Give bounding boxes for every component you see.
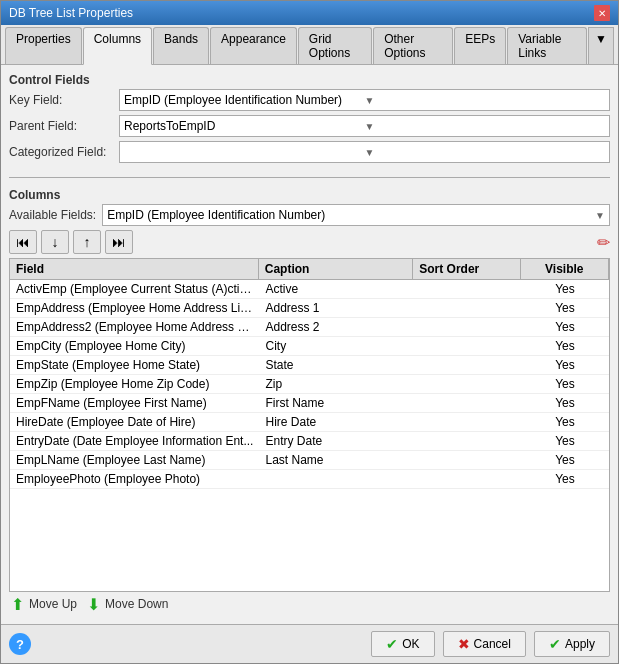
cell-caption: Address 1 bbox=[260, 299, 415, 317]
header-visible: Visible bbox=[521, 259, 609, 279]
move-down-button[interactable]: ↓ bbox=[41, 230, 69, 254]
column-toolbar: ⏮ ↓ ↑ ⏭ ✏ bbox=[9, 230, 610, 254]
help-button[interactable]: ? bbox=[9, 633, 31, 655]
header-sort-order: Sort Order bbox=[413, 259, 520, 279]
cancel-button[interactable]: ✖ Cancel bbox=[443, 631, 526, 657]
apply-button[interactable]: ✔ Apply bbox=[534, 631, 610, 657]
parent-field-select[interactable]: ReportsToEmpID ▼ bbox=[119, 115, 610, 137]
bottom-left: ? bbox=[9, 633, 31, 655]
cancel-icon: ✖ bbox=[458, 636, 470, 652]
cell-field: EmpZip (Employee Home Zip Code) bbox=[10, 375, 260, 393]
cell-visible: Yes bbox=[521, 280, 609, 298]
title-bar: DB Tree List Properties ✕ bbox=[1, 1, 618, 25]
cell-caption: Entry Date bbox=[260, 432, 415, 450]
divider-1 bbox=[9, 177, 610, 178]
control-fields-label: Control Fields bbox=[9, 73, 610, 87]
columns-section: Columns Available Fields: EmpID (Employe… bbox=[9, 188, 610, 616]
categorized-field-label: Categorized Field: bbox=[9, 145, 119, 159]
categorized-field-arrow-icon: ▼ bbox=[365, 147, 606, 158]
table-row[interactable]: EmpAddress2 (Employee Home Address Li...… bbox=[10, 318, 609, 337]
parent-field-label: Parent Field: bbox=[9, 119, 119, 133]
cell-caption: Address 2 bbox=[260, 318, 415, 336]
cell-field: EmpState (Employee Home State) bbox=[10, 356, 260, 374]
tab-other-options[interactable]: Other Options bbox=[373, 27, 453, 64]
tab-variable-links[interactable]: Variable Links bbox=[507, 27, 587, 64]
tab-bands[interactable]: Bands bbox=[153, 27, 209, 64]
key-field-value: EmpID (Employee Identification Number) bbox=[124, 93, 365, 107]
categorized-field-row: Categorized Field: ▼ bbox=[9, 141, 610, 163]
available-fields-label: Available Fields: bbox=[9, 208, 96, 222]
cell-field: EmpAddress (Employee Home Address Lin... bbox=[10, 299, 260, 317]
cell-caption: Last Name bbox=[260, 451, 415, 469]
move-to-bottom-button[interactable]: ⏮ bbox=[9, 230, 37, 254]
tab-eeps[interactable]: EEPs bbox=[454, 27, 506, 64]
cell-sort-order bbox=[414, 470, 521, 488]
cell-field: EmpAddress2 (Employee Home Address Li... bbox=[10, 318, 260, 336]
tab-overflow-arrow[interactable]: ▼ bbox=[588, 27, 614, 64]
cell-caption: Hire Date bbox=[260, 413, 415, 431]
cell-visible: Yes bbox=[521, 375, 609, 393]
parent-field-arrow-icon: ▼ bbox=[365, 121, 606, 132]
move-to-top-button[interactable]: ⏭ bbox=[105, 230, 133, 254]
cell-sort-order bbox=[414, 337, 521, 355]
cell-field: EmployeePhoto (Employee Photo) bbox=[10, 470, 260, 488]
tab-properties[interactable]: Properties bbox=[5, 27, 82, 64]
move-down-row-button[interactable]: ⬇ Move Down bbox=[85, 596, 168, 612]
key-field-select[interactable]: EmpID (Employee Identification Number) ▼ bbox=[119, 89, 610, 111]
table-row[interactable]: EmpZip (Employee Home Zip Code) Zip Yes bbox=[10, 375, 609, 394]
cell-sort-order bbox=[414, 413, 521, 431]
table-row[interactable]: EmployeePhoto (Employee Photo) Yes bbox=[10, 470, 609, 489]
toolbar-left: ⏮ ↓ ↑ ⏭ bbox=[9, 230, 133, 254]
cell-field: EmpCity (Employee Home City) bbox=[10, 337, 260, 355]
available-fields-value: EmpID (Employee Identification Number) bbox=[107, 208, 325, 222]
move-up-row-button[interactable]: ⬆ Move Up bbox=[9, 596, 77, 612]
tab-columns[interactable]: Columns bbox=[83, 27, 152, 65]
table-row[interactable]: EmpAddress (Employee Home Address Lin...… bbox=[10, 299, 609, 318]
header-caption: Caption bbox=[259, 259, 413, 279]
table-row[interactable]: EmpState (Employee Home State) State Yes bbox=[10, 356, 609, 375]
cell-sort-order bbox=[414, 318, 521, 336]
cell-caption: State bbox=[260, 356, 415, 374]
cell-sort-order bbox=[414, 280, 521, 298]
table-row[interactable]: HireDate (Employee Date of Hire) Hire Da… bbox=[10, 413, 609, 432]
table-row[interactable]: ActivEmp (Employee Current Status (A)cti… bbox=[10, 280, 609, 299]
bottom-right: ✔ OK ✖ Cancel ✔ Apply bbox=[371, 631, 610, 657]
cancel-label: Cancel bbox=[474, 637, 511, 651]
ok-button[interactable]: ✔ OK bbox=[371, 631, 434, 657]
key-field-arrow-icon: ▼ bbox=[365, 95, 606, 106]
header-field: Field bbox=[10, 259, 259, 279]
available-fields-select[interactable]: EmpID (Employee Identification Number) ▼ bbox=[102, 204, 610, 226]
cell-visible: Yes bbox=[521, 413, 609, 431]
ok-icon: ✔ bbox=[386, 636, 398, 652]
grid-body: ActivEmp (Employee Current Status (A)cti… bbox=[10, 280, 609, 489]
key-field-row: Key Field: EmpID (Employee Identificatio… bbox=[9, 89, 610, 111]
apply-label: Apply bbox=[565, 637, 595, 651]
parent-field-row: Parent Field: ReportsToEmpID ▼ bbox=[9, 115, 610, 137]
cell-visible: Yes bbox=[521, 356, 609, 374]
tab-appearance[interactable]: Appearance bbox=[210, 27, 297, 64]
edit-button[interactable]: ✏ bbox=[597, 233, 610, 252]
available-fields-arrow-icon: ▼ bbox=[595, 210, 605, 221]
cell-field: ActivEmp (Employee Current Status (A)cti… bbox=[10, 280, 260, 298]
cell-caption: Active bbox=[260, 280, 415, 298]
table-row[interactable]: EntryDate (Date Employee Information Ent… bbox=[10, 432, 609, 451]
close-button[interactable]: ✕ bbox=[594, 5, 610, 21]
cell-sort-order bbox=[414, 356, 521, 374]
table-row[interactable]: EmpCity (Employee Home City) City Yes bbox=[10, 337, 609, 356]
control-fields-section: Control Fields Key Field: EmpID (Employe… bbox=[9, 73, 610, 167]
bottom-bar: ? ✔ OK ✖ Cancel ✔ Apply bbox=[1, 624, 618, 663]
table-row[interactable]: EmpLName (Employee Last Name) Last Name … bbox=[10, 451, 609, 470]
move-up-button[interactable]: ↑ bbox=[73, 230, 101, 254]
tab-grid-options[interactable]: Grid Options bbox=[298, 27, 372, 64]
categorized-field-select[interactable]: ▼ bbox=[119, 141, 610, 163]
cell-field: HireDate (Employee Date of Hire) bbox=[10, 413, 260, 431]
cell-sort-order bbox=[414, 375, 521, 393]
cell-visible: Yes bbox=[521, 432, 609, 450]
cell-field: EntryDate (Date Employee Information Ent… bbox=[10, 432, 260, 450]
cell-field: EmpLName (Employee Last Name) bbox=[10, 451, 260, 469]
available-fields-row: Available Fields: EmpID (Employee Identi… bbox=[9, 204, 610, 226]
cell-visible: Yes bbox=[521, 337, 609, 355]
ok-label: OK bbox=[402, 637, 419, 651]
table-row[interactable]: EmpFName (Employee First Name) First Nam… bbox=[10, 394, 609, 413]
cell-visible: Yes bbox=[521, 451, 609, 469]
